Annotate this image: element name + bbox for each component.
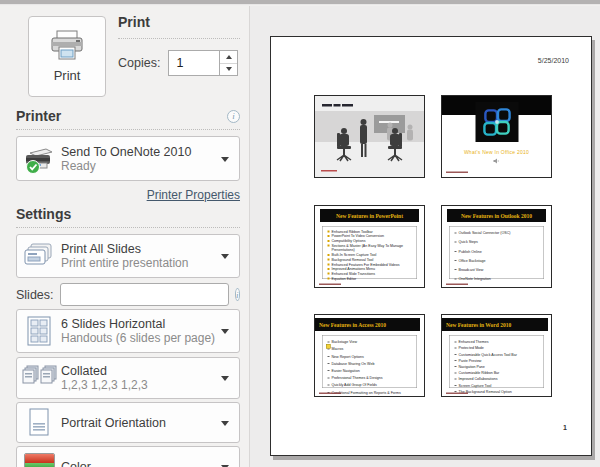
slide-footer-mark: [446, 284, 468, 286]
slide-thumbnail-3: New Features in PowerPoint Enhanced Ribb…: [314, 205, 425, 288]
slide5-bullet-list: Backstage ViewMacrosNew Report OptionsDa…: [322, 335, 417, 388]
bullet-item: Office Backstage: [455, 258, 542, 263]
collation-subtitle: 1,2,3 1,2,3 1,2,3: [61, 378, 215, 392]
page-number: 1: [563, 424, 567, 431]
printer-status: Ready: [61, 159, 215, 173]
bullet-item: Customizable Quick Access Tool Bar: [455, 352, 542, 357]
print-range-subtitle: Print entire presentation: [61, 256, 215, 270]
print-preview-area: 5/25/2010 1: [250, 6, 600, 467]
print-all-slides-icon: [23, 242, 55, 270]
orientation-title: Portrait Orientation: [61, 416, 215, 430]
bullet-item: Improved Collaborations: [455, 377, 542, 382]
up-arrow-icon: [226, 52, 232, 59]
separator: [16, 129, 240, 130]
separator: [118, 38, 240, 39]
bullet-item: Enhanced Themes: [455, 340, 542, 345]
printer-dropdown[interactable]: Send To OneNote 2010 Ready: [16, 136, 240, 181]
slide3-title: New Features in PowerPoint: [320, 213, 419, 219]
bullet-item: Quick Steps: [455, 240, 542, 245]
bullet-item: Protected Mode: [455, 346, 542, 351]
print-button[interactable]: Print: [28, 16, 106, 97]
chevron-down-icon: [221, 376, 229, 385]
slide1-artwork: [315, 96, 424, 177]
slide-thumbnail-4: New Features in Outlook 2010 Outlook Soc…: [441, 205, 552, 288]
collated-icon: [21, 364, 57, 392]
window-top-edge: [0, 0, 600, 5]
print-section-heading: Print: [118, 14, 150, 30]
bullet-item: Database Sharing On Web: [328, 361, 415, 366]
slides-range-input[interactable]: [60, 283, 229, 306]
orientation-dropdown[interactable]: Portrait Orientation: [16, 402, 240, 443]
printer-info-icon[interactable]: i: [227, 110, 240, 123]
bullet-item: Quickly Add Group Of Fields: [328, 383, 415, 388]
bullet-item: Equation Editor: [328, 276, 415, 281]
bullet-item: Broadcast View: [455, 267, 542, 272]
bullet-item: Macros: [328, 347, 415, 352]
orientation-icon: [26, 407, 52, 439]
bullet-item: Publish Online: [455, 249, 542, 254]
print-range-dropdown[interactable]: Print All Slides Print entire presentati…: [16, 234, 240, 278]
copies-stepper[interactable]: [168, 50, 238, 76]
slide6-title: New Features in Word 2010: [442, 322, 548, 328]
slide4-title: New Features in Outlook 2010: [447, 213, 546, 219]
slide4-bullet-list: Outlook Social Connector (OSC)Quick Step…: [449, 226, 544, 279]
color-icon: [24, 453, 55, 467]
slide-footer-mark: [446, 172, 468, 174]
printer-properties-link[interactable]: Printer Properties: [147, 188, 240, 202]
speaker-icon: [442, 158, 551, 164]
separator: [16, 227, 240, 228]
bullet-item: OneNote Integration: [455, 276, 542, 281]
slide-footer-mark: [446, 393, 468, 395]
slide5-title: New Features in Access 2010: [315, 322, 420, 328]
slide-footer-mark: [319, 284, 341, 286]
print-layout-dropdown[interactable]: 6 Slides Horizontal Handouts (6 slides p…: [16, 309, 240, 353]
chevron-down-icon: [221, 157, 229, 166]
print-layout-subtitle: Handouts (6 slides per page): [61, 331, 215, 345]
color-mode-title: Color: [61, 460, 215, 467]
copies-input[interactable]: [169, 51, 219, 75]
slide2-title: What's New In Office 2010: [442, 149, 551, 155]
chevron-down-icon: [221, 329, 229, 338]
slide3-bullet-list: Enhanced Ribbon ToolbarPowerPoint To Vid…: [322, 226, 417, 279]
bullet-item: Customizable Ribbon Bar: [455, 370, 542, 375]
collation-title: Collated: [61, 364, 215, 378]
print-settings-panel: Print Print Copies: Printer i: [0, 6, 250, 467]
slides-label: Slides:: [16, 288, 54, 302]
office-logo-icon: [476, 102, 519, 142]
bullet-item: Navigation Pane: [455, 364, 542, 369]
print-backstage-view: Print Print Copies: Printer i: [0, 0, 600, 467]
onenote-printer-icon: [22, 144, 56, 174]
bullet-item: Professional Themes & Designs: [328, 375, 415, 380]
copies-label: Copies:: [118, 56, 160, 70]
printer-icon: [48, 30, 86, 64]
print-range-title: Print All Slides: [61, 242, 215, 256]
bullet-item: Screen Capture Tool: [455, 383, 542, 388]
bullet-item: Paste Preview: [455, 358, 542, 363]
preview-page: 5/25/2010 1: [270, 36, 592, 456]
chevron-down-icon: [221, 421, 229, 430]
bullet-item: Sections & Master (An Easy Way To Manage…: [328, 243, 415, 252]
settings-section-heading: Settings: [16, 206, 71, 222]
slide-thumbnail-1: [314, 95, 425, 178]
collation-dropdown[interactable]: Collated 1,2,3 1,2,3 1,2,3: [16, 357, 240, 399]
slide-thumbnail-6: New Features in Word 2010 Enhanced Theme…: [441, 314, 552, 397]
print-button-label: Print: [54, 68, 81, 83]
printer-section-heading: Printer: [16, 108, 61, 124]
printer-name: Send To OneNote 2010: [61, 145, 215, 159]
slide-thumbnail-2: What's New In Office 2010: [441, 95, 552, 178]
color-mode-dropdown[interactable]: Color: [16, 446, 240, 467]
handout-layout-icon: [25, 315, 53, 347]
bullet-item: New Report Options: [328, 354, 415, 359]
print-layout-title: 6 Slides Horizontal: [61, 317, 215, 331]
chevron-down-icon: [221, 254, 229, 263]
slide-thumbnail-5: New Features in Access 2010 Backstage Vi…: [314, 314, 425, 397]
handout-date: 5/25/2010: [538, 57, 569, 64]
slide6-bullet-list: Enhanced ThemesProtected ModeCustomizabl…: [449, 335, 544, 388]
down-arrow-icon: [226, 67, 232, 74]
slides-info-icon[interactable]: i: [235, 288, 240, 301]
bullet-item: Outlook Social Connector (OSC): [455, 231, 542, 236]
copies-decrement-button[interactable]: [220, 63, 237, 76]
bullet-item: Backstage View: [328, 340, 415, 345]
copies-increment-button[interactable]: [220, 51, 237, 63]
bullet-item: Easier Navigation: [328, 368, 415, 373]
